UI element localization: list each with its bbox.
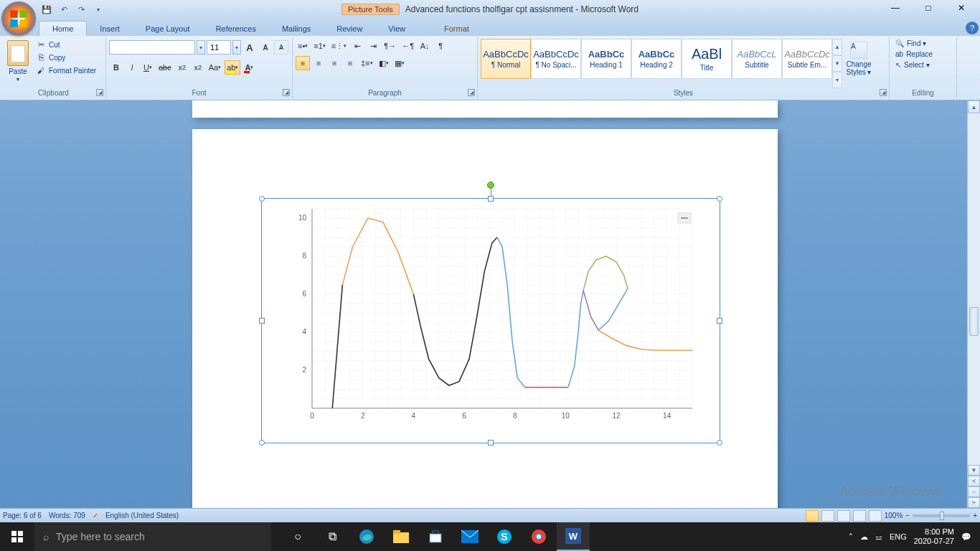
font-dialog-launcher[interactable]: ◢ — [283, 89, 290, 96]
styles-dialog-launcher[interactable]: ◢ — [880, 89, 887, 96]
status-words[interactable]: Words: 709 — [49, 512, 85, 519]
resize-handle-bm[interactable] — [488, 440, 494, 446]
font-name-combo[interactable] — [109, 40, 195, 55]
resize-handle-bl[interactable] — [259, 440, 265, 446]
styles-expand-icon[interactable]: ▾ — [832, 72, 842, 88]
tray-clock[interactable]: 8:00 PM 2020-07-27 — [914, 527, 954, 546]
align-left-button[interactable]: ≡ — [296, 56, 310, 70]
styles-scroll-down-icon[interactable]: ▼ — [832, 55, 842, 72]
tray-onedrive-icon[interactable]: ☁ — [860, 532, 868, 542]
tab-page-layout[interactable]: Page Layout — [133, 22, 203, 36]
change-styles-button[interactable]: A Change Styles ▾ — [844, 39, 874, 88]
browse-object-icon[interactable]: ○ — [968, 486, 980, 497]
align-right-button[interactable]: ≡ — [327, 56, 341, 70]
zoom-in-icon[interactable]: + — [973, 512, 977, 519]
ltr-button[interactable]: ¶→ — [382, 39, 398, 53]
save-icon[interactable]: 💾 — [40, 3, 53, 16]
decrease-indent-button[interactable]: ⇤ — [350, 39, 364, 53]
taskbar-search[interactable]: ⌕ Type here to search — [34, 522, 271, 551]
font-size-combo[interactable]: 11 — [207, 40, 231, 55]
font-name-dropdown-icon[interactable]: ▼ — [197, 40, 205, 55]
tray-chevron-icon[interactable]: ˄ — [849, 532, 853, 542]
style-heading2[interactable]: AaBbCcHeading 2 — [631, 39, 682, 79]
tab-view[interactable]: View — [375, 22, 418, 36]
sort-button[interactable]: A↓ — [418, 39, 432, 53]
maximize-button[interactable]: □ — [913, 0, 944, 16]
next-page-icon[interactable]: ≻ — [968, 497, 980, 508]
resize-handle-br[interactable] — [717, 440, 722, 446]
cortana-icon[interactable]: ○ — [281, 522, 314, 551]
resize-handle-ml[interactable] — [259, 318, 265, 324]
view-draft-icon[interactable] — [869, 510, 882, 522]
view-print-layout-icon[interactable] — [806, 510, 819, 522]
status-language[interactable]: English (United States) — [105, 512, 179, 519]
strikethrough-button[interactable]: abc — [156, 60, 174, 75]
borders-button[interactable]: ▦▾ — [392, 56, 407, 70]
rtl-button[interactable]: ←¶ — [400, 39, 416, 53]
numbering-button[interactable]: ≡1▾ — [311, 39, 328, 53]
tray-language[interactable]: ENG — [890, 532, 907, 541]
task-view-icon[interactable]: ⧉ — [316, 522, 349, 551]
shrink-font-button[interactable]: A — [258, 40, 273, 55]
zoom-level[interactable]: 100% — [885, 512, 903, 519]
clipboard-dialog-launcher[interactable]: ◢ — [96, 89, 103, 96]
style-no-spacing[interactable]: AaBbCcDc¶ No Spaci... — [531, 39, 581, 79]
zoom-slider[interactable] — [913, 514, 970, 517]
help-button[interactable]: ? — [966, 22, 979, 34]
styles-scroll-up-icon[interactable]: ▲ — [832, 39, 842, 55]
underline-button[interactable]: U▾ — [141, 60, 155, 75]
bold-button[interactable]: B — [109, 60, 123, 75]
align-center-button[interactable]: ≡ — [311, 56, 326, 70]
rotation-handle[interactable] — [487, 182, 494, 189]
shading-button[interactable]: ◧▾ — [377, 56, 391, 70]
zoom-slider-thumb[interactable] — [940, 512, 944, 520]
paste-button[interactable]: Paste ▼ — [4, 39, 32, 88]
scroll-down-icon[interactable]: ▼ — [968, 465, 980, 476]
edge-icon[interactable] — [350, 522, 383, 551]
redo-icon[interactable]: ↷ — [75, 3, 88, 16]
tab-home[interactable]: Home — [39, 21, 87, 36]
view-outline-icon[interactable] — [853, 510, 866, 522]
bullets-button[interactable]: ≡•▾ — [296, 39, 310, 53]
qat-customize-icon[interactable]: ▾ — [92, 3, 105, 16]
resize-handle-tm[interactable] — [488, 196, 494, 202]
tab-mailings[interactable]: Mailings — [269, 22, 324, 36]
word-icon[interactable]: W — [557, 522, 590, 551]
format-painter-button[interactable]: Format Painter — [33, 65, 99, 76]
microsoft-store-icon[interactable] — [419, 522, 452, 551]
grow-font-button[interactable]: A — [242, 40, 257, 55]
view-web-layout-icon[interactable] — [837, 510, 850, 522]
start-button[interactable] — [0, 522, 34, 551]
tab-insert[interactable]: Insert — [87, 22, 133, 36]
font-color-button[interactable]: A▾ — [242, 60, 256, 75]
show-marks-button[interactable]: ¶ — [433, 39, 448, 53]
tab-review[interactable]: Review — [324, 22, 375, 36]
style-subtitle[interactable]: AaBbCcLSubtitle — [732, 39, 782, 79]
clear-formatting-button[interactable]: A̷ — [274, 40, 288, 55]
status-page[interactable]: Page: 6 of 6 — [3, 512, 42, 519]
tray-notifications-icon[interactable]: 💬 — [961, 532, 971, 542]
style-heading1[interactable]: AaBbCcHeading 1 — [581, 39, 631, 79]
minimize-button[interactable]: — — [880, 0, 911, 16]
style-title[interactable]: AaBlTitle — [682, 39, 732, 79]
line-spacing-button[interactable]: ‡≡▾ — [359, 56, 375, 70]
close-button[interactable]: ✕ — [946, 0, 977, 16]
replace-button[interactable]: abReplace — [892, 50, 936, 59]
paragraph-dialog-launcher[interactable]: ◢ — [468, 89, 475, 96]
font-size-dropdown-icon[interactable]: ▼ — [232, 40, 241, 55]
resize-handle-tr[interactable] — [717, 196, 722, 202]
style-subtle-emphasis[interactable]: AaBbCcDcSubtle Em... — [782, 39, 832, 79]
multilevel-list-button[interactable]: ≡⋮▾ — [329, 39, 349, 53]
subscript-button[interactable]: x2 — [175, 60, 189, 75]
style-normal[interactable]: AaBbCcDc¶ Normal — [481, 39, 531, 79]
zoom-out-icon[interactable]: − — [905, 512, 910, 519]
find-button[interactable]: 🔍Find ▾ — [892, 39, 936, 48]
copy-button[interactable]: Copy — [33, 52, 99, 63]
tab-format[interactable]: Format — [431, 22, 482, 36]
skype-icon[interactable]: S — [488, 522, 521, 551]
styles-gallery[interactable]: AaBbCcDc¶ Normal AaBbCcDc¶ No Spaci... A… — [481, 39, 842, 88]
prev-page-icon[interactable]: ≺ — [968, 476, 980, 486]
tray-wifi-icon[interactable]: ⚍ — [875, 532, 882, 542]
italic-button[interactable]: I — [125, 60, 139, 75]
chrome-icon[interactable] — [522, 522, 555, 551]
